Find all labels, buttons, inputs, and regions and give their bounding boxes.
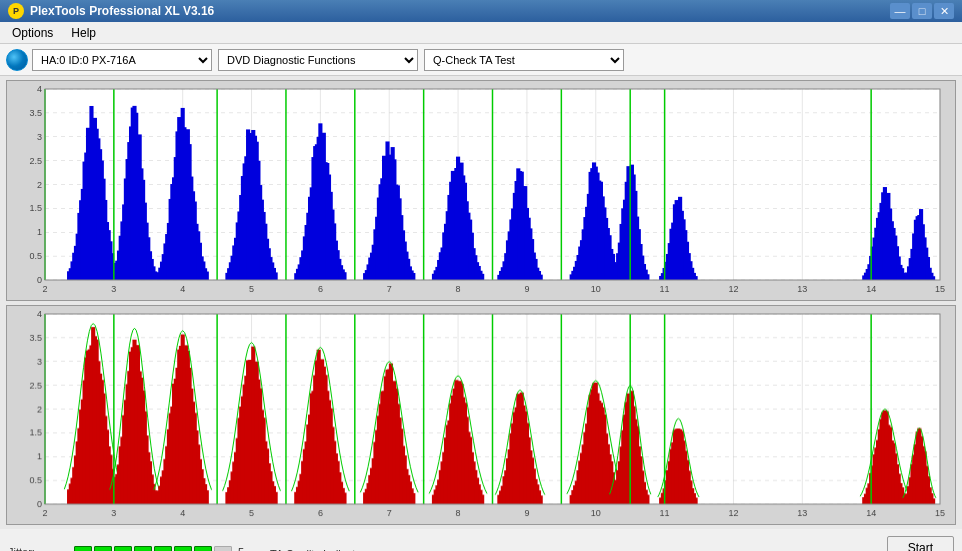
top-chart-container	[6, 80, 956, 301]
jitter-led-8	[214, 546, 232, 552]
jitter-led-6	[174, 546, 192, 552]
metrics-area: Jitter: 5 Peak Shift:	[8, 546, 250, 552]
bottom-chart	[7, 306, 955, 525]
menu-bar: Options Help	[0, 22, 962, 44]
app-title: PlexTools Professional XL V3.16	[30, 4, 214, 18]
top-chart	[7, 81, 955, 300]
title-bar: P PlexTools Professional XL V3.16 — □ ✕	[0, 0, 962, 22]
drive-select-area: HA:0 ID:0 PX-716A	[6, 49, 212, 71]
bottom-chart-container	[6, 305, 956, 526]
right-controls: Start i	[887, 536, 954, 552]
menu-help[interactable]: Help	[63, 24, 104, 42]
jitter-led-3	[114, 546, 132, 552]
ta-quality-area: TA Quality Indicator: Very Good	[270, 548, 368, 552]
function-select[interactable]: DVD Diagnostic Functions	[218, 49, 418, 71]
drive-globe-icon	[6, 49, 28, 71]
jitter-led-7	[194, 546, 212, 552]
jitter-led-bar	[74, 546, 232, 552]
app-icon: P	[8, 3, 24, 19]
drive-select[interactable]: HA:0 ID:0 PX-716A	[32, 49, 212, 71]
start-button[interactable]: Start	[887, 536, 954, 552]
jitter-led-4	[134, 546, 152, 552]
window-controls: — □ ✕	[890, 3, 954, 19]
minimize-button[interactable]: —	[890, 3, 910, 19]
jitter-led-1	[74, 546, 92, 552]
jitter-led-2	[94, 546, 112, 552]
test-select[interactable]: Q-Check TA Test	[424, 49, 624, 71]
toolbar: HA:0 ID:0 PX-716A DVD Diagnostic Functio…	[0, 44, 962, 76]
close-button[interactable]: ✕	[934, 3, 954, 19]
jitter-row: Jitter: 5	[8, 546, 250, 552]
main-content	[0, 76, 962, 529]
info-panel: Jitter: 5 Peak Shift:	[0, 529, 962, 551]
jitter-led-5	[154, 546, 172, 552]
maximize-button[interactable]: □	[912, 3, 932, 19]
menu-options[interactable]: Options	[4, 24, 61, 42]
jitter-label: Jitter:	[8, 546, 68, 552]
jitter-value: 5	[238, 546, 250, 552]
ta-quality-label: TA Quality Indicator:	[270, 548, 368, 552]
